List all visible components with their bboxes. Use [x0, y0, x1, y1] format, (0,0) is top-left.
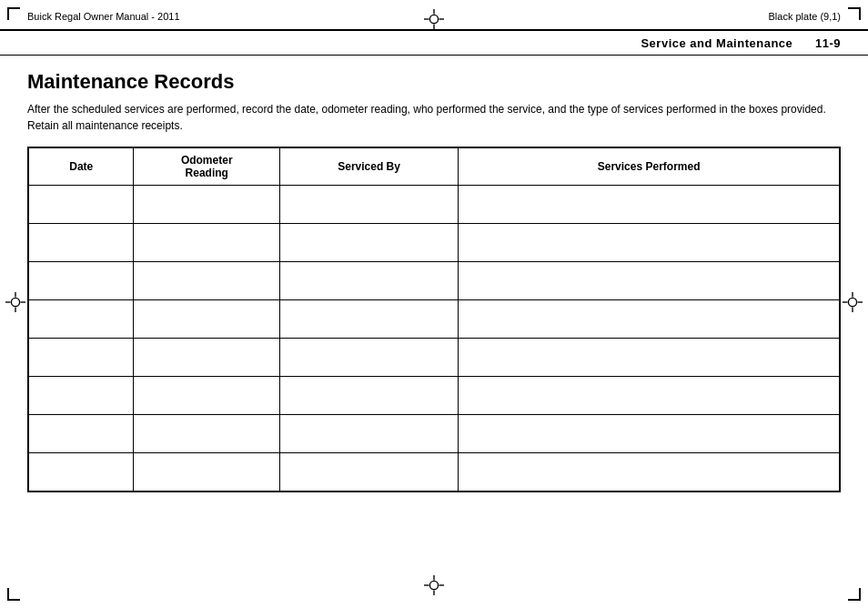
cell-odometer: [134, 377, 280, 415]
cell-odometer: [134, 224, 280, 262]
corner-mark-br: [848, 588, 861, 601]
cell-date: [28, 339, 134, 377]
maintenance-table: Date OdometerReading Serviced By Service…: [27, 147, 841, 492]
header-center-crosshair: [424, 9, 444, 33]
cell-services-performed: [459, 415, 840, 453]
svg-point-5: [11, 298, 19, 306]
cell-serviced-by: [280, 453, 459, 491]
cell-date: [28, 224, 134, 262]
page-container: Buick Regal Owner Manual - 2011 Black pl…: [0, 0, 868, 608]
cell-serviced-by: [280, 186, 459, 224]
cell-services-performed: [459, 377, 840, 415]
table-row: [28, 262, 840, 300]
svg-point-0: [429, 15, 438, 23]
cell-services-performed: [459, 262, 840, 300]
cell-serviced-by: [280, 339, 459, 377]
cell-date: [28, 262, 134, 300]
table-row: [28, 186, 840, 224]
cell-serviced-by: [280, 262, 459, 300]
cell-services-performed: [459, 300, 840, 339]
svg-point-15: [429, 581, 438, 589]
cell-services-performed: [459, 224, 840, 262]
svg-point-10: [848, 298, 856, 306]
cell-date: [28, 453, 134, 491]
page-header: Buick Regal Owner Manual - 2011 Black pl…: [0, 0, 868, 29]
cell-serviced-by: [280, 415, 459, 453]
col-header-serviced-by: Serviced By: [280, 147, 459, 186]
bottom-crosshair: [424, 575, 444, 599]
cell-services-performed: [459, 339, 840, 377]
table-row: [28, 377, 840, 415]
cell-serviced-by: [280, 300, 459, 339]
cell-odometer: [134, 300, 280, 339]
right-crosshair: [843, 292, 863, 316]
cell-date: [28, 415, 134, 453]
cell-date: [28, 186, 134, 224]
cell-services-performed: [459, 186, 840, 224]
main-content: Maintenance Records After the scheduled …: [0, 56, 868, 502]
table-header-row: Date OdometerReading Serviced By Service…: [28, 147, 840, 186]
table-row: [28, 300, 840, 339]
description-text: After the scheduled services are perform…: [27, 101, 841, 134]
cell-odometer: [134, 339, 280, 377]
table-row: [28, 453, 840, 491]
cell-odometer: [134, 186, 280, 224]
col-header-odometer: OdometerReading: [134, 147, 280, 186]
header-right-text: Black plate (9,1): [769, 11, 841, 22]
col-header-date: Date: [28, 147, 134, 186]
table-row: [28, 339, 840, 377]
cell-date: [28, 377, 134, 415]
cell-serviced-by: [280, 377, 459, 415]
cell-odometer: [134, 453, 280, 491]
cell-odometer: [134, 262, 280, 300]
cell-services-performed: [459, 453, 840, 491]
cell-date: [28, 300, 134, 339]
section-title: Service and Maintenance 11-9: [641, 36, 841, 50]
table-row: [28, 415, 840, 453]
left-crosshair: [5, 292, 25, 316]
section-title-bar: Service and Maintenance 11-9: [0, 29, 868, 56]
header-left-text: Buick Regal Owner Manual - 2011: [27, 11, 180, 22]
cell-odometer: [134, 415, 280, 453]
col-header-services-performed: Services Performed: [459, 147, 840, 186]
corner-mark-bl: [7, 588, 20, 601]
page-title: Maintenance Records: [27, 70, 841, 94]
table-row: [28, 224, 840, 262]
cell-serviced-by: [280, 224, 459, 262]
